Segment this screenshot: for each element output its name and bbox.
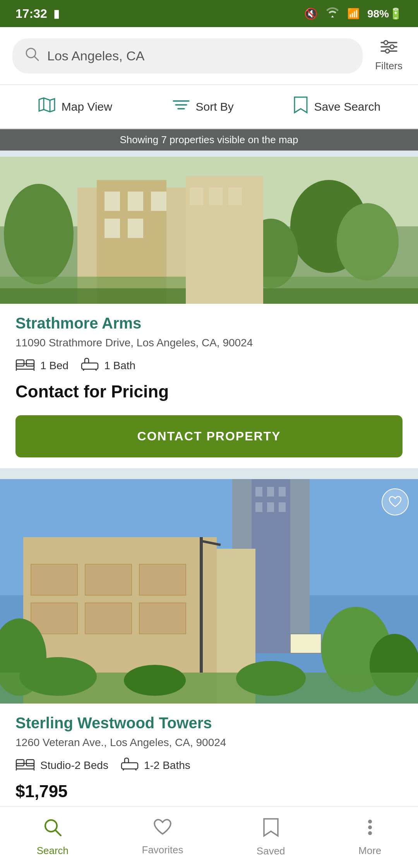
svg-rect-21 bbox=[128, 219, 143, 238]
svg-point-5 bbox=[384, 41, 388, 45]
mute-icon: 🔇 bbox=[304, 7, 318, 20]
svg-point-80 bbox=[368, 831, 372, 835]
svg-rect-33 bbox=[16, 360, 24, 366]
bath-spec-sterling: 1-2 Baths bbox=[121, 757, 190, 774]
sort-by-label: Sort By bbox=[196, 100, 234, 113]
sort-by-button[interactable]: Sort By bbox=[172, 97, 234, 116]
beds-label-strathmore: 1 Bed bbox=[40, 360, 69, 372]
search-icon bbox=[25, 47, 39, 65]
save-search-label: Save Search bbox=[314, 100, 380, 113]
bath-icon-strathmore bbox=[81, 357, 99, 374]
svg-point-64 bbox=[19, 657, 97, 696]
filters-button[interactable]: Filters bbox=[372, 36, 406, 75]
search-value: Los Angeles, CA bbox=[47, 48, 144, 63]
beds-label-sterling: Studio-2 Beds bbox=[40, 759, 108, 772]
search-bar-container: Los Angeles, CA Filters bbox=[0, 27, 418, 84]
map-view-icon bbox=[38, 96, 56, 118]
sort-icon bbox=[172, 97, 190, 116]
svg-rect-46 bbox=[279, 487, 286, 496]
svg-line-1 bbox=[34, 56, 38, 60]
svg-point-78 bbox=[368, 820, 372, 823]
svg-rect-73 bbox=[122, 763, 138, 769]
status-icons-area: 🔇 📶 98%🔋 bbox=[304, 7, 403, 21]
svg-rect-54 bbox=[139, 564, 186, 595]
filter-icon bbox=[380, 39, 398, 58]
svg-rect-19 bbox=[151, 192, 166, 211]
svg-point-24 bbox=[337, 203, 399, 281]
property-address-sterling: 1260 Veteran Ave., Los Angeles, CA, 9002… bbox=[15, 736, 403, 749]
svg-rect-57 bbox=[139, 603, 186, 634]
svg-rect-67 bbox=[290, 634, 321, 653]
map-view-label: Map View bbox=[62, 100, 112, 113]
time-display: 17:32 bbox=[15, 7, 47, 21]
svg-point-7 bbox=[385, 49, 389, 53]
map-view-button[interactable]: Map View bbox=[38, 96, 112, 118]
svg-rect-53 bbox=[85, 564, 132, 595]
property-specs-sterling: Studio-2 Beds 1-2 Baths bbox=[15, 757, 403, 774]
svg-rect-44 bbox=[255, 487, 262, 496]
camera-icon: ▮ bbox=[53, 7, 59, 20]
property-price-sterling: $1,795 bbox=[15, 782, 403, 801]
svg-rect-37 bbox=[82, 363, 98, 369]
signal-icon: 📶 bbox=[347, 8, 360, 20]
property-specs-strathmore: 1 Bed 1 Bath bbox=[15, 357, 403, 374]
svg-point-65 bbox=[124, 665, 186, 696]
search-input-wrapper[interactable]: Los Angeles, CA bbox=[12, 38, 363, 74]
svg-rect-17 bbox=[104, 192, 120, 211]
svg-rect-20 bbox=[104, 219, 120, 238]
map-notice: Showing 7 properties visible on the map bbox=[0, 129, 418, 151]
status-bar: 17:32 ▮ 🔇 📶 98%🔋 bbox=[0, 0, 418, 27]
svg-rect-31 bbox=[228, 188, 242, 205]
bed-spec-strathmore: 1 Bed bbox=[15, 357, 69, 374]
svg-point-22 bbox=[4, 184, 74, 284]
saved-nav-label: Saved bbox=[257, 845, 285, 857]
nav-search[interactable]: Search bbox=[29, 814, 76, 861]
svg-rect-30 bbox=[209, 188, 223, 205]
contact-button-strathmore[interactable]: CONTACT PROPERTY bbox=[15, 415, 403, 457]
property-info-strathmore: Strathmore Arms 11090 Strathmore Drive, … bbox=[0, 304, 418, 468]
wifi-icon bbox=[325, 7, 339, 21]
svg-rect-18 bbox=[128, 192, 143, 211]
property-name-strathmore: Strathmore Arms bbox=[15, 315, 403, 332]
svg-rect-45 bbox=[267, 487, 274, 496]
bed-spec-sterling: Studio-2 Beds bbox=[15, 757, 108, 774]
bed-icon-strathmore bbox=[15, 357, 35, 374]
more-nav-icon bbox=[360, 818, 380, 841]
svg-rect-70 bbox=[26, 760, 34, 766]
svg-rect-34 bbox=[26, 360, 34, 366]
nav-more[interactable]: More bbox=[351, 814, 389, 861]
nav-saved[interactable]: Saved bbox=[249, 813, 293, 861]
svg-rect-56 bbox=[85, 603, 132, 634]
bed-icon-sterling bbox=[15, 757, 35, 774]
property-image-sterling[interactable] bbox=[0, 479, 418, 704]
search-nav-icon bbox=[43, 818, 62, 841]
svg-rect-29 bbox=[190, 188, 203, 205]
svg-rect-49 bbox=[279, 502, 286, 512]
property-image-strathmore[interactable] bbox=[0, 157, 418, 304]
svg-point-66 bbox=[236, 661, 306, 696]
svg-rect-69 bbox=[16, 760, 24, 766]
nav-favorites[interactable]: Favorites bbox=[134, 815, 191, 860]
svg-rect-47 bbox=[255, 502, 262, 512]
favorites-nav-icon bbox=[153, 818, 172, 840]
favorites-nav-label: Favorites bbox=[142, 844, 183, 856]
battery-display: 98%🔋 bbox=[367, 7, 403, 20]
filters-label: Filters bbox=[375, 60, 403, 72]
property-address-strathmore: 11090 Strathmore Drive, Los Angeles, CA,… bbox=[15, 337, 403, 349]
save-search-button[interactable]: Save Search bbox=[293, 96, 380, 118]
property-name-sterling: Sterling Westwood Towers bbox=[15, 714, 403, 732]
favorite-button-sterling[interactable] bbox=[382, 488, 409, 515]
baths-label-strathmore: 1 Bath bbox=[104, 360, 135, 372]
bath-icon-sterling bbox=[121, 757, 139, 774]
property-card-strathmore: Strathmore Arms 11090 Strathmore Drive, … bbox=[0, 157, 418, 468]
property-list: Strathmore Arms 11090 Strathmore Drive, … bbox=[0, 151, 418, 868]
search-nav-label: Search bbox=[37, 845, 69, 857]
saved-nav-icon bbox=[262, 817, 279, 841]
more-nav-label: More bbox=[358, 845, 381, 857]
bottom-navigation: Search Favorites Saved More bbox=[0, 806, 418, 868]
content-area: Showing 7 properties visible on the map bbox=[0, 129, 418, 868]
toolbar: Map View Sort By Save Search bbox=[0, 84, 418, 129]
status-time-area: 17:32 ▮ bbox=[15, 7, 59, 21]
svg-point-6 bbox=[390, 45, 394, 49]
property-price-strathmore: Contact for Pricing bbox=[15, 382, 403, 401]
